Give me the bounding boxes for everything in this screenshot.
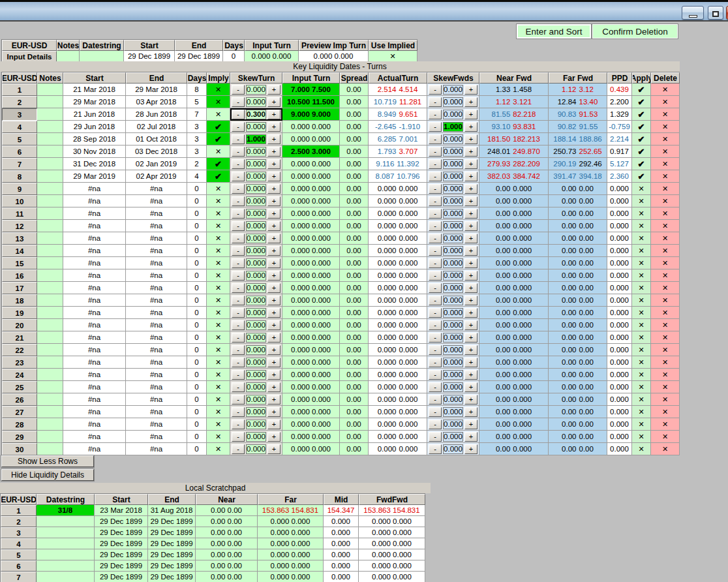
skewturn-decrement-button[interactable]: - [232,420,245,429]
row-number[interactable]: 21 [2,331,37,344]
skewfwds-value[interactable]: 0.000 [443,134,463,144]
notes-cell[interactable] [37,84,63,96]
notes-cell[interactable] [37,257,63,269]
row-number[interactable]: 6 [2,146,37,158]
skewfwds-decrement-button[interactable]: - [429,333,442,343]
end-cell[interactable]: #na [126,307,187,319]
skewfwds-value[interactable]: 0.000 [443,221,463,231]
skewturn-value[interactable]: 0.000 [246,296,266,305]
skewfwds-increment-button[interactable]: + [464,382,478,392]
row-number[interactable]: 2 [2,96,37,108]
skewturn-value[interactable]: 0.000 [246,97,266,107]
start-cell[interactable]: #na [63,195,126,207]
skewfwds-increment-button[interactable]: + [464,134,478,144]
delete-button[interactable]: ✕ [651,133,680,146]
skewfwds-increment-button[interactable]: + [464,147,478,157]
delete-button[interactable]: ✕ [651,220,680,232]
apply-toggle[interactable]: ✕ [632,220,651,232]
end-cell[interactable]: #na [126,431,187,443]
imply-toggle[interactable]: ✕ [207,294,230,307]
input-turn-cell[interactable]: 0.000 0.000 [282,220,340,232]
skewturn-decrement-button[interactable]: - [232,432,245,442]
delete-button[interactable]: ✕ [651,319,680,331]
skewturn-decrement-button[interactable]: - [232,358,245,367]
delete-button[interactable]: ✕ [651,146,680,158]
notes-cell[interactable] [37,294,63,307]
delete-button[interactable]: ✕ [651,232,680,245]
skewfwds-decrement-button[interactable]: - [429,407,442,417]
start-cell[interactable]: #na [63,307,126,319]
skewturn-decrement-button[interactable]: - [232,159,245,169]
notes-cell[interactable] [37,319,63,331]
input-turn-cell[interactable]: 0.000 0.000 [282,121,340,133]
apply-toggle[interactable]: ✔ [632,170,651,183]
imply-toggle[interactable]: ✔ [207,158,230,170]
skewturn-decrement-button[interactable]: - [232,97,245,107]
row-number[interactable]: 3 [1,527,37,538]
skewturn-decrement-button[interactable]: - [232,209,245,219]
near-cell[interactable]: 0.00 0.00 [196,538,258,549]
delete-button[interactable]: ✕ [651,96,680,108]
start-cell[interactable]: #na [63,331,126,344]
skewfwds-increment-button[interactable]: + [464,395,478,405]
notes-cell[interactable] [37,170,63,183]
start-cell[interactable]: #na [63,207,126,220]
row-number[interactable]: 24 [2,369,37,381]
input-turn-cell[interactable]: 0.000 0.000 [282,158,340,170]
end-cell[interactable]: #na [126,294,187,307]
skewturn-decrement-button[interactable]: - [232,283,245,293]
start-cell[interactable]: 29 Dec 1899 [124,51,175,62]
row-number[interactable]: 17 [2,282,37,294]
imply-toggle[interactable]: ✕ [207,307,230,319]
row-number[interactable]: 5 [1,549,37,560]
skewturn-value[interactable]: 0.000 [246,370,266,380]
input-turn-cell[interactable]: 0.000 0.000 [282,245,340,257]
skewfwds-decrement-button[interactable]: - [429,320,442,330]
skewturn-increment-button[interactable]: + [267,370,281,380]
start-cell[interactable]: 21 Mar 2018 [63,84,126,96]
skewturn-increment-button[interactable]: + [267,382,281,392]
skewturn-value[interactable]: 0.000 [246,432,266,442]
end-cell[interactable]: #na [126,207,187,220]
skewfwds-decrement-button[interactable]: - [429,308,442,318]
end-cell[interactable]: 29 Dec 1899 [148,549,196,560]
skewfwds-decrement-button[interactable]: - [429,85,442,95]
delete-button[interactable]: ✕ [651,331,680,344]
near-cell[interactable]: 0.00 0.00 [196,527,258,538]
datestring-cell[interactable]: 31/8 [37,505,95,516]
skewturn-value[interactable]: 0.000 [246,147,266,157]
start-cell[interactable]: #na [63,344,126,356]
skewturn-decrement-button[interactable]: - [232,110,245,119]
skewfwds-value[interactable]: 0.000 [443,110,463,119]
skewturn-value[interactable]: 0.000 [246,407,266,417]
imply-toggle[interactable]: ✕ [207,406,230,418]
apply-toggle[interactable]: ✕ [632,207,651,220]
skewturn-increment-button[interactable]: + [267,283,281,293]
skewturn-decrement-button[interactable]: - [232,134,245,144]
end-cell[interactable]: 29 Dec 1899 [148,572,196,582]
start-cell[interactable]: 28 Sep 2018 [63,133,126,146]
apply-toggle[interactable]: ✕ [632,282,651,294]
skewfwds-increment-button[interactable]: + [464,283,478,293]
delete-button[interactable]: ✕ [651,431,680,443]
end-cell[interactable]: 29 Dec 1899 [148,527,196,538]
show-less-rows-button[interactable]: Show Less Rows [1,455,94,467]
skewfwds-decrement-button[interactable]: - [429,159,442,169]
start-cell[interactable]: #na [63,381,126,393]
near-cell[interactable]: 0.00 0.00 [196,572,258,582]
imply-toggle[interactable]: ✕ [207,108,230,121]
skewturn-increment-button[interactable]: + [267,432,281,442]
skewturn-decrement-button[interactable]: - [232,407,245,417]
start-cell[interactable]: #na [63,220,126,232]
skewturn-decrement-button[interactable]: - [232,370,245,380]
skewfwds-decrement-button[interactable]: - [429,110,442,119]
delete-button[interactable]: ✕ [651,418,680,431]
imply-toggle[interactable]: ✕ [207,195,230,207]
skewfwds-value[interactable]: 0.000 [443,308,463,318]
skewturn-decrement-button[interactable]: - [232,444,245,454]
end-cell[interactable]: #na [126,381,187,393]
apply-toggle[interactable]: ✕ [632,294,651,307]
apply-toggle[interactable]: ✔ [632,84,651,96]
skewfwds-increment-button[interactable]: + [464,420,478,429]
skewfwds-increment-button[interactable]: + [464,221,478,231]
